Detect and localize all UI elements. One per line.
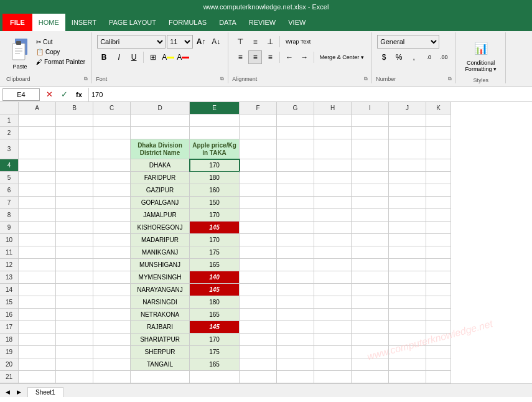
- cell-18-A[interactable]: [19, 334, 56, 346]
- cell-13-G[interactable]: [277, 271, 314, 284]
- dec-increase-btn[interactable]: .0: [422, 50, 436, 64]
- cell-13-A[interactable]: [19, 271, 56, 284]
- cell-18-E[interactable]: 170: [190, 334, 240, 346]
- cell-15-H[interactable]: [314, 296, 352, 309]
- cell-1-G[interactable]: [277, 115, 314, 127]
- cell-14-B[interactable]: [56, 284, 93, 296]
- cell-20-A[interactable]: [19, 358, 56, 371]
- cell-7-D[interactable]: GOPALGANJ: [131, 197, 190, 209]
- cell-8-H[interactable]: [314, 209, 352, 222]
- row-header-21[interactable]: 21: [0, 371, 19, 383]
- cell-8-B[interactable]: [56, 209, 93, 222]
- cell-14-C[interactable]: [93, 284, 131, 296]
- cell-12-F[interactable]: [240, 259, 277, 271]
- cell-7-H[interactable]: [314, 197, 352, 209]
- cell-18-C[interactable]: [93, 334, 131, 346]
- cell-15-G[interactable]: [277, 296, 314, 309]
- cell-10-F[interactable]: [240, 234, 277, 246]
- cell-6-G[interactable]: [277, 184, 314, 197]
- cell-20-D[interactable]: TANGAIL: [131, 358, 190, 371]
- row-header-8[interactable]: 8: [0, 209, 19, 222]
- cell-4-A[interactable]: [19, 159, 56, 172]
- sheet-tab-1[interactable]: Sheet1: [27, 387, 63, 397]
- cell-6-A[interactable]: [19, 184, 56, 197]
- cell-6-D[interactable]: GAZIPUR: [131, 184, 190, 197]
- cell-19-D[interactable]: SHERPUR: [131, 346, 190, 358]
- cell-9-J[interactable]: [389, 222, 426, 234]
- cell-16-J[interactable]: [389, 309, 426, 321]
- cell-17-K[interactable]: [426, 321, 451, 334]
- cell-19-A[interactable]: [19, 346, 56, 358]
- merge-center-btn[interactable]: Merge & Center ▾: [317, 50, 366, 64]
- cell-10-H[interactable]: [314, 234, 352, 246]
- cell-21-A[interactable]: [19, 371, 56, 383]
- cell-7-E[interactable]: 150: [190, 197, 240, 209]
- cell-15-F[interactable]: [240, 296, 277, 309]
- cell-12-H[interactable]: [314, 259, 352, 271]
- row-header-2[interactable]: 2: [0, 127, 19, 139]
- cell-21-C[interactable]: [93, 371, 131, 383]
- cell-17-H[interactable]: [314, 321, 352, 334]
- cell-5-J[interactable]: [389, 172, 426, 184]
- cell-21-B[interactable]: [56, 371, 93, 383]
- cell-12-A[interactable]: [19, 259, 56, 271]
- number-expand[interactable]: ⧉: [448, 76, 452, 82]
- cell-13-I[interactable]: [352, 271, 389, 284]
- cell-10-J[interactable]: [389, 234, 426, 246]
- cell-6-C[interactable]: [93, 184, 131, 197]
- conditional-formatting-btn[interactable]: 📊 ConditionalFormatting ▾: [462, 35, 499, 75]
- cell-2-F[interactable]: [240, 127, 277, 139]
- cell-15-C[interactable]: [93, 296, 131, 309]
- row-header-11[interactable]: 11: [0, 246, 19, 259]
- cell-18-F[interactable]: [240, 334, 277, 346]
- cell-19-E[interactable]: 175: [190, 346, 240, 358]
- row-header-15[interactable]: 15: [0, 296, 19, 309]
- fill-color-btn[interactable]: A: [161, 50, 175, 64]
- indent-decrease-btn[interactable]: ←: [282, 50, 296, 64]
- cell-1-I[interactable]: [352, 115, 389, 127]
- cell-14-I[interactable]: [352, 284, 389, 296]
- cell-4-H[interactable]: [314, 159, 352, 172]
- cell-13-H[interactable]: [314, 271, 352, 284]
- cell-1-A[interactable]: [19, 115, 56, 127]
- cell-7-J[interactable]: [389, 197, 426, 209]
- col-header-F[interactable]: F: [240, 102, 277, 115]
- align-middle-btn[interactable]: ≡: [248, 35, 262, 49]
- cell-20-K[interactable]: [426, 358, 451, 371]
- cell-12-J[interactable]: [389, 259, 426, 271]
- cell-12-D[interactable]: MUNSHIGANJ: [131, 259, 190, 271]
- row-header-17[interactable]: 17: [0, 321, 19, 334]
- cell-7-B[interactable]: [56, 197, 93, 209]
- cell-5-B[interactable]: [56, 172, 93, 184]
- cell-2-A[interactable]: [19, 127, 56, 139]
- cell-17-C[interactable]: [93, 321, 131, 334]
- cell-11-A[interactable]: [19, 246, 56, 259]
- cell-8-J[interactable]: [389, 209, 426, 222]
- cell-8-C[interactable]: [93, 209, 131, 222]
- number-format-select[interactable]: General: [377, 35, 439, 49]
- col-header-G[interactable]: G: [277, 102, 314, 115]
- cell-6-E[interactable]: 160: [190, 184, 240, 197]
- cell-21-G[interactable]: [277, 371, 314, 383]
- confirm-formula-btn[interactable]: ✓: [57, 88, 71, 101]
- italic-btn[interactable]: I: [112, 50, 126, 64]
- bold-btn[interactable]: B: [97, 50, 111, 64]
- cell-8-A[interactable]: [19, 209, 56, 222]
- cell-20-E[interactable]: 165: [190, 358, 240, 371]
- cell-13-J[interactable]: [389, 271, 426, 284]
- cut-button[interactable]: ✂ Cut: [34, 37, 88, 47]
- cell-16-B[interactable]: [56, 309, 93, 321]
- cell-21-D[interactable]: [131, 371, 190, 383]
- cell-16-I[interactable]: [352, 309, 389, 321]
- cell-5-C[interactable]: [93, 172, 131, 184]
- cell-16-A[interactable]: [19, 309, 56, 321]
- cell-20-J[interactable]: [389, 358, 426, 371]
- cell-5-K[interactable]: [426, 172, 451, 184]
- cell-2-B[interactable]: [56, 127, 93, 139]
- cell-5-D[interactable]: FARIDPUR: [131, 172, 190, 184]
- cell-6-B[interactable]: [56, 184, 93, 197]
- cell-6-J[interactable]: [389, 184, 426, 197]
- cell-2-J[interactable]: [389, 127, 426, 139]
- cell-6-I[interactable]: [352, 184, 389, 197]
- cell-2-E[interactable]: [190, 127, 240, 139]
